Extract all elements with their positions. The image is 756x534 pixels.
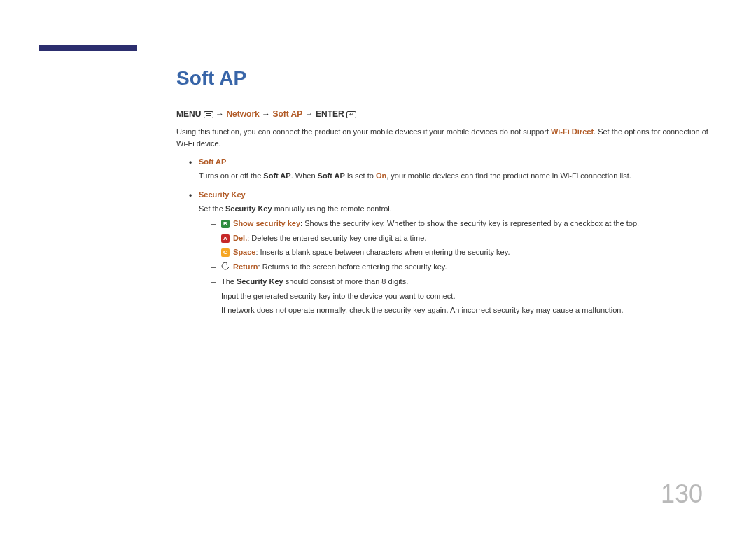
text-strong: Soft AP: [263, 171, 290, 180]
sub-item: B Show security key: Shows the security …: [211, 218, 714, 230]
header-accent-bar: [39, 45, 137, 51]
sub-item: If network does not operate normally, ch…: [211, 304, 714, 316]
breadcrumb-arrow: →: [305, 109, 314, 119]
text-part: should consist of more than 8 digits.: [284, 277, 409, 286]
text-part: manually using the remote control.: [272, 204, 392, 213]
text-strong: Security Key: [225, 204, 272, 213]
breadcrumb-arrow: →: [216, 109, 224, 119]
sub-text: : Inserts a blank space between characte…: [255, 248, 510, 256]
text-part: Set the: [199, 204, 225, 213]
text-on: On: [376, 171, 386, 180]
page-title: Soft AP: [176, 67, 714, 90]
text-part: is set to: [345, 171, 376, 180]
enter-icon: [346, 111, 356, 118]
breadcrumb-softap: Soft AP: [272, 109, 302, 119]
page-number: 130: [661, 479, 703, 509]
sub-text: Input the generated security key into th…: [221, 292, 456, 300]
sub-item: A Del.: Deletes the entered security key…: [211, 232, 714, 244]
sub-item: The Security Key should consist of more …: [211, 276, 714, 288]
sub-item: Return: Returns to the screen before ent…: [211, 261, 714, 273]
menu-icon: [204, 111, 214, 118]
text-part: Turns on or off the: [199, 171, 263, 180]
sub-item: C Space: Inserts a blank space between c…: [211, 246, 714, 258]
breadcrumb-menu: MENU: [176, 109, 201, 119]
page-content: Soft AP MENU → Network → Soft AP → ENTER…: [176, 67, 714, 323]
breadcrumb-network: Network: [226, 109, 259, 119]
breadcrumb-enter: ENTER: [316, 109, 344, 119]
text-strong: Security Key: [237, 277, 284, 286]
item-title: Soft AP: [199, 156, 714, 169]
list-item-softap: Soft AP Turns on or off the Soft AP. Whe…: [189, 156, 714, 182]
main-list: Soft AP Turns on or off the Soft AP. Whe…: [176, 156, 714, 316]
badge-b-icon: B: [221, 220, 230, 228]
return-icon: [221, 262, 230, 274]
text-part: . When: [291, 171, 318, 180]
sub-text: If network does not operate normally, ch…: [221, 306, 624, 314]
sub-item: Input the generated security key into th…: [211, 290, 714, 302]
intro-pre: Using this function, you can connect the…: [176, 127, 551, 136]
breadcrumb: MENU → Network → Soft AP → ENTER: [176, 109, 714, 119]
sub-text: : Shows the security key. Whether to sho…: [300, 219, 639, 227]
badge-a-icon: A: [221, 234, 230, 243]
sub-label: Space: [233, 248, 255, 256]
sub-text: : Deletes the entered security key one d…: [247, 234, 426, 242]
item-body: Turns on or off the Soft AP. When Soft A…: [199, 171, 631, 180]
breadcrumb-arrow: →: [262, 109, 270, 119]
intro-text: Using this function, you can connect the…: [176, 126, 714, 149]
badge-c-icon: C: [221, 248, 230, 257]
header-rule: [39, 48, 703, 48]
text-strong: Soft AP: [318, 171, 345, 180]
sub-text: : Returns to the screen before entering …: [258, 262, 447, 271]
item-body: Set the Security Key manually using the …: [199, 204, 392, 213]
sub-label: Del.: [233, 234, 247, 242]
item-title: Security Key: [199, 189, 714, 202]
wifi-direct-label: Wi-Fi Direct: [551, 127, 594, 136]
sub-label: Return: [233, 262, 258, 271]
list-item-securitykey: Security Key Set the Security Key manual…: [189, 189, 714, 316]
text-part: , your mobile devices can find the produ…: [386, 171, 631, 180]
sub-label: Show security key: [233, 219, 300, 227]
sub-list: B Show security key: Shows the security …: [199, 218, 714, 316]
text-part: The: [221, 277, 237, 286]
